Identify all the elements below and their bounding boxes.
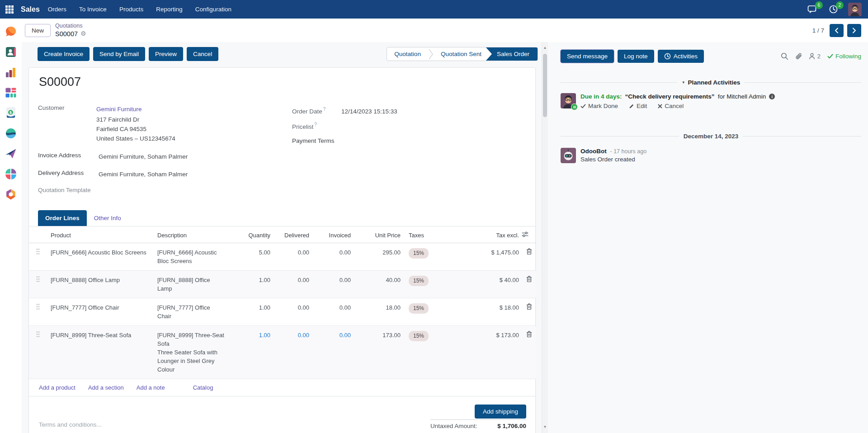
- search-messages-icon[interactable]: [781, 52, 788, 60]
- cell-taxes[interactable]: 15%: [405, 243, 434, 271]
- activities-button[interactable]: Activities: [658, 50, 704, 63]
- cell-taxes[interactable]: 15%: [405, 326, 434, 379]
- cell-delivered[interactable]: 0.00: [275, 298, 314, 326]
- stage-sales-order[interactable]: Sales Order: [486, 47, 538, 61]
- cell-description[interactable]: [FURN_8888] Office Lamp: [154, 271, 242, 298]
- add-section-link[interactable]: Add a section: [88, 384, 124, 391]
- app-icon-apps[interactable]: [5, 168, 17, 180]
- send-by-email-button[interactable]: Send by Email: [93, 47, 145, 61]
- menu-reporting[interactable]: Reporting: [156, 6, 183, 13]
- menu-to-invoice[interactable]: To Invoice: [79, 6, 107, 13]
- cell-product[interactable]: [FURN_8999] Three-Seat Sofa: [47, 326, 154, 379]
- delete-line-icon[interactable]: [522, 271, 536, 298]
- log-note-button[interactable]: Log note: [618, 50, 654, 63]
- app-icon-discuss[interactable]: [5, 25, 17, 38]
- followers-button[interactable]: 2: [809, 53, 821, 60]
- order-line-row[interactable]: [FURN_6666] Acoustic Bloc Screens [FURN_…: [29, 243, 536, 271]
- activity-info-icon[interactable]: i: [769, 94, 775, 99]
- pager-previous-button[interactable]: [830, 24, 844, 37]
- cell-description[interactable]: [FURN_7777] Office Chair: [154, 298, 242, 326]
- menu-orders[interactable]: Orders: [48, 6, 66, 13]
- col-taxes[interactable]: Taxes: [405, 226, 434, 243]
- record-settings-gear-icon[interactable]: ⚙: [80, 30, 86, 38]
- order-line-row[interactable]: [FURN_8999] Three-Seat Sofa [FURN_8999] …: [29, 326, 536, 379]
- cancel-button[interactable]: Cancel: [187, 47, 218, 61]
- add-product-link[interactable]: Add a product: [39, 384, 75, 391]
- app-icon-accounting[interactable]: $: [5, 107, 17, 119]
- cell-product[interactable]: [FURN_8888] Office Lamp: [47, 271, 154, 298]
- drag-handle-icon[interactable]: [29, 271, 47, 298]
- quotation-template-label[interactable]: Quotation Template: [38, 187, 91, 193]
- col-tax-excl[interactable]: Tax excl.: [434, 226, 522, 243]
- cell-quantity[interactable]: 1.00: [242, 298, 275, 326]
- activity-avatar[interactable]: [561, 93, 576, 108]
- order-line-row[interactable]: [FURN_7777] Office Chair [FURN_7777] Off…: [29, 298, 536, 326]
- tab-order-lines[interactable]: Order Lines: [38, 210, 87, 226]
- edit-activity-button[interactable]: Edit: [629, 103, 647, 109]
- delivery-address-field[interactable]: Gemini Furniture, Soham Palmer: [99, 169, 188, 179]
- cell-description[interactable]: [FURN_8999] Three-Seat Sofa Three Seater…: [154, 326, 242, 379]
- cell-taxes[interactable]: 15%: [405, 298, 434, 326]
- col-delivered[interactable]: Delivered: [275, 226, 314, 243]
- app-icon-sales[interactable]: [5, 66, 17, 79]
- invoice-address-field[interactable]: Gemini Furniture, Soham Palmer: [99, 152, 188, 161]
- scroll-up-icon[interactable]: ▲: [542, 45, 548, 51]
- app-icon-settings[interactable]: [5, 188, 17, 201]
- message-avatar[interactable]: [561, 148, 576, 163]
- cell-quantity[interactable]: 1.00: [242, 326, 275, 379]
- drag-handle-icon[interactable]: [29, 298, 47, 326]
- app-icon-website[interactable]: [5, 127, 17, 140]
- app-name[interactable]: Sales: [21, 5, 40, 14]
- cell-product[interactable]: [FURN_7777] Office Chair: [47, 298, 154, 326]
- following-button[interactable]: Following: [827, 53, 861, 60]
- menu-configuration[interactable]: Configuration: [195, 6, 231, 13]
- cell-quantity[interactable]: 5.00: [242, 243, 275, 271]
- col-product[interactable]: Product: [47, 226, 154, 243]
- order-date-help-icon[interactable]: ?: [323, 107, 326, 112]
- cancel-activity-button[interactable]: Cancel: [658, 103, 684, 109]
- cell-taxes[interactable]: 15%: [405, 271, 434, 298]
- cell-delivered[interactable]: 0.00: [275, 271, 314, 298]
- attachments-icon[interactable]: [795, 52, 802, 60]
- cell-unit-price[interactable]: 173.00: [355, 326, 405, 379]
- cell-invoiced[interactable]: 0.00: [314, 298, 355, 326]
- cell-product[interactable]: [FURN_6666] Acoustic Bloc Screens: [47, 243, 154, 271]
- cell-invoiced[interactable]: 0.00: [314, 271, 355, 298]
- new-button[interactable]: New: [25, 24, 51, 37]
- planned-activities-header[interactable]: ▼ Planned Activities: [682, 79, 741, 86]
- menu-products[interactable]: Products: [119, 6, 143, 13]
- scroll-down-icon[interactable]: ▼: [542, 424, 548, 430]
- breadcrumb-quotations[interactable]: Quotations: [55, 23, 86, 30]
- cell-quantity[interactable]: 1.00: [242, 271, 275, 298]
- vertical-scrollbar[interactable]: ▲ ▼: [542, 42, 548, 433]
- drag-handle-icon[interactable]: [29, 326, 47, 379]
- col-invoiced[interactable]: Invoiced: [314, 226, 355, 243]
- optional-columns-icon[interactable]: [522, 226, 536, 243]
- pricelist-help-icon[interactable]: ?: [314, 122, 317, 127]
- create-invoice-button[interactable]: Create Invoice: [38, 47, 90, 61]
- cell-invoiced[interactable]: 0.00: [314, 326, 355, 379]
- cell-description[interactable]: [FURN_6666] Acoustic Bloc Screens: [154, 243, 242, 271]
- message-author[interactable]: OdooBot: [580, 148, 607, 155]
- col-description[interactable]: Description: [154, 226, 242, 243]
- tab-other-info[interactable]: Other Info: [87, 210, 128, 226]
- stage-quotation[interactable]: Quotation: [387, 47, 428, 61]
- customer-field[interactable]: Gemini Furniture: [96, 104, 142, 114]
- cell-delivered[interactable]: 0.00: [275, 243, 314, 271]
- app-icon-dashboards[interactable]: [5, 86, 17, 99]
- scrollbar-thumb[interactable]: [543, 54, 547, 117]
- app-icon-email-marketing[interactable]: [5, 147, 17, 160]
- col-quantity[interactable]: Quantity: [242, 226, 275, 243]
- cell-unit-price[interactable]: 40.00: [355, 271, 405, 298]
- delete-line-icon[interactable]: [522, 243, 536, 271]
- delete-line-icon[interactable]: [522, 326, 536, 379]
- user-avatar[interactable]: [848, 3, 862, 16]
- cell-invoiced[interactable]: 0.00: [314, 243, 355, 271]
- app-icon-contacts[interactable]: [5, 46, 17, 58]
- order-date-field[interactable]: 12/14/2023 15:15:33: [341, 107, 397, 116]
- add-note-link[interactable]: Add a note: [137, 384, 165, 391]
- terms-and-conditions-placeholder[interactable]: Terms and conditions...: [39, 421, 102, 428]
- cell-unit-price[interactable]: 295.00: [355, 243, 405, 271]
- apps-menu-icon[interactable]: [4, 4, 15, 15]
- activities-menu[interactable]: 2: [827, 4, 839, 15]
